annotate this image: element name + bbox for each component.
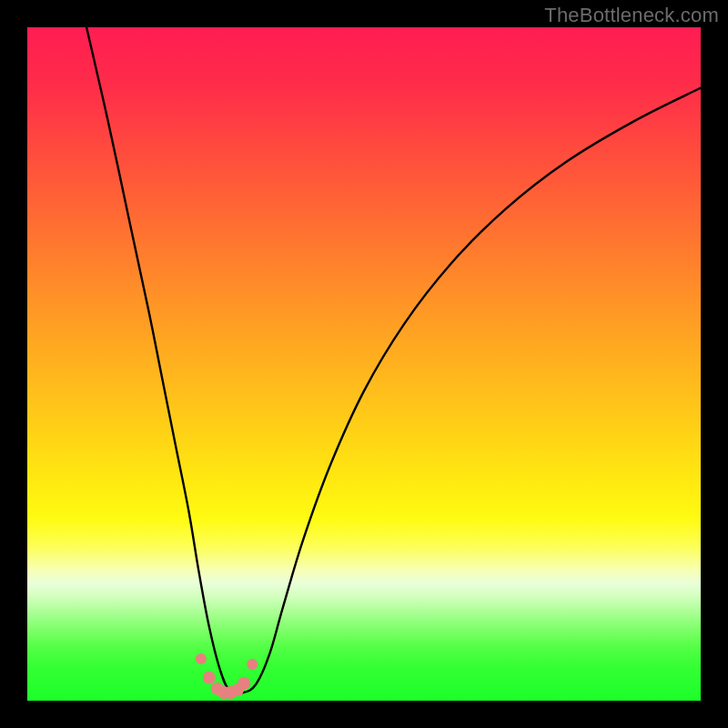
chart-frame: TheBottleneck.com <box>0 0 728 728</box>
marker-dot <box>196 653 207 664</box>
plot-area <box>27 27 701 701</box>
marker-dot <box>203 672 216 684</box>
marker-dot <box>247 659 258 670</box>
watermark-text: TheBottleneck.com <box>544 4 719 27</box>
curve-layer <box>27 27 701 701</box>
marker-dot <box>238 677 250 690</box>
bottleneck-curve <box>86 27 701 693</box>
